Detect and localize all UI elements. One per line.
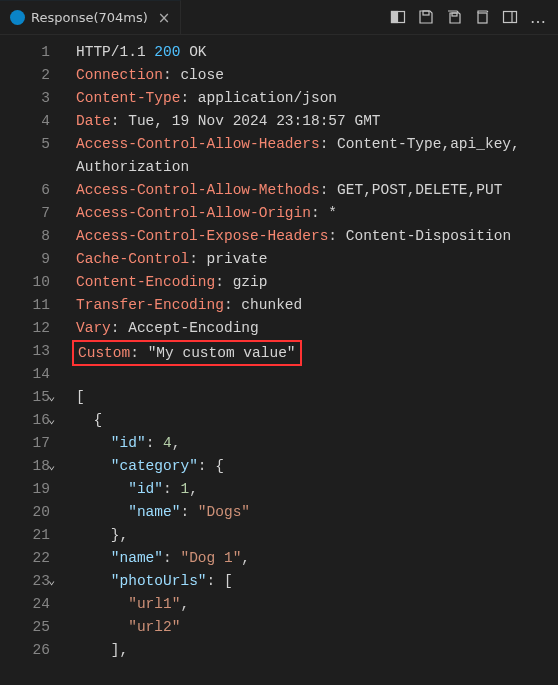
save-icon[interactable]	[418, 9, 434, 25]
svg-rect-5	[504, 12, 517, 23]
tab-bar: Response(704ms) × …	[0, 0, 558, 35]
gutter: 1 2 3 4 5 6 7 8 9 10 11 12 13 14 15⌄ 16⌄…	[0, 41, 56, 662]
more-icon[interactable]: …	[530, 8, 548, 27]
svg-rect-3	[452, 13, 457, 16]
split-icon[interactable]	[390, 9, 406, 25]
tab-title: Response(704ms)	[31, 10, 148, 25]
editor[interactable]: 1 2 3 4 5 6 7 8 9 10 11 12 13 14 15⌄ 16⌄…	[0, 35, 558, 662]
svg-rect-1	[392, 12, 398, 23]
response-icon	[10, 10, 25, 25]
svg-rect-4	[478, 13, 487, 23]
close-icon[interactable]: ×	[158, 9, 171, 27]
code-content: HTTP/1.1 200 OK Connection: close Conten…	[56, 41, 558, 662]
tab-response[interactable]: Response(704ms) ×	[0, 0, 181, 34]
svg-rect-2	[423, 11, 429, 15]
fold-icon[interactable]: ⌄	[48, 570, 66, 593]
copy-icon[interactable]	[474, 9, 490, 25]
fold-icon[interactable]: ⌄	[48, 455, 66, 478]
highlight-box: Custom: "My custom value"	[72, 340, 302, 366]
editor-actions: …	[380, 0, 558, 34]
save-all-icon[interactable]	[446, 9, 462, 25]
fold-icon[interactable]: ⌄	[48, 409, 66, 432]
fold-icon[interactable]: ⌄	[48, 386, 66, 409]
layout-icon[interactable]	[502, 9, 518, 25]
